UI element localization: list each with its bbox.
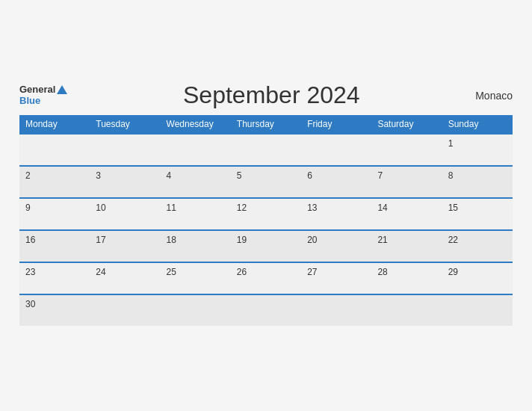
day-cell	[371, 294, 442, 326]
header-tuesday: Tuesday	[90, 115, 160, 134]
day-cell	[231, 134, 301, 166]
day-cell	[442, 294, 513, 326]
day-cell: 28	[371, 262, 442, 294]
day-cell: 12	[231, 198, 301, 230]
days-header-row: Monday Tuesday Wednesday Thursday Friday…	[19, 115, 513, 134]
logo-general-text: General	[19, 84, 55, 95]
day-cell: 8	[442, 166, 513, 198]
calendar-table: Monday Tuesday Wednesday Thursday Friday…	[19, 115, 513, 326]
day-cell: 16	[19, 230, 90, 262]
week-row-4: 16 17 18 19 20 21 22	[19, 230, 513, 262]
header-wednesday: Wednesday	[161, 115, 231, 134]
day-cell	[161, 134, 231, 166]
week-row-3: 9 10 11 12 13 14 15	[19, 198, 513, 230]
day-cell	[161, 294, 231, 326]
day-cell: 2	[19, 166, 90, 198]
day-cell: 25	[161, 262, 231, 294]
day-cell: 23	[19, 262, 90, 294]
day-cell: 30	[19, 294, 90, 326]
header-sunday: Sunday	[442, 115, 513, 134]
day-cell	[90, 134, 160, 166]
day-cell: 1	[442, 134, 513, 166]
day-cell: 18	[161, 230, 231, 262]
header-friday: Friday	[301, 115, 371, 134]
week-row-6: 30	[19, 294, 513, 326]
calendar-title: September 2024	[67, 81, 475, 109]
day-cell: 15	[442, 198, 513, 230]
day-cell: 11	[161, 198, 231, 230]
header-row: General Blue September 2024 Monaco	[19, 81, 513, 109]
day-cell	[19, 134, 90, 166]
day-cell: 21	[371, 230, 442, 262]
day-cell	[301, 134, 371, 166]
logo-triangle-icon	[57, 85, 67, 94]
calendar-header: Monday Tuesday Wednesday Thursday Friday…	[19, 115, 513, 134]
day-cell: 14	[371, 198, 442, 230]
day-cell: 3	[90, 166, 160, 198]
day-cell: 4	[161, 166, 231, 198]
week-row-5: 23 24 25 26 27 28 29	[19, 262, 513, 294]
calendar-wrapper: General Blue September 2024 Monaco Monda…	[8, 74, 524, 337]
day-cell: 10	[90, 198, 160, 230]
country-label: Monaco	[475, 90, 513, 102]
day-cell: 13	[301, 198, 371, 230]
day-cell: 26	[231, 262, 301, 294]
logo-blue-text: Blue	[19, 96, 67, 106]
day-cell	[90, 294, 160, 326]
day-cell: 7	[371, 166, 442, 198]
day-cell: 22	[442, 230, 513, 262]
week-row-1: 1	[19, 134, 513, 166]
calendar-body: 1 2 3 4 5 6 7 8 9 10 11 12 13 14 15 16	[19, 134, 513, 326]
day-cell: 6	[301, 166, 371, 198]
logo: General Blue	[19, 84, 67, 106]
day-cell: 24	[90, 262, 160, 294]
header-thursday: Thursday	[231, 115, 301, 134]
day-cell: 17	[90, 230, 160, 262]
week-row-2: 2 3 4 5 6 7 8	[19, 166, 513, 198]
day-cell: 20	[301, 230, 371, 262]
day-cell: 29	[442, 262, 513, 294]
day-cell: 5	[231, 166, 301, 198]
day-cell	[371, 134, 442, 166]
day-cell: 19	[231, 230, 301, 262]
header-monday: Monday	[19, 115, 90, 134]
header-saturday: Saturday	[371, 115, 442, 134]
day-cell: 27	[301, 262, 371, 294]
day-cell	[231, 294, 301, 326]
day-cell: 9	[19, 198, 90, 230]
day-cell	[301, 294, 371, 326]
